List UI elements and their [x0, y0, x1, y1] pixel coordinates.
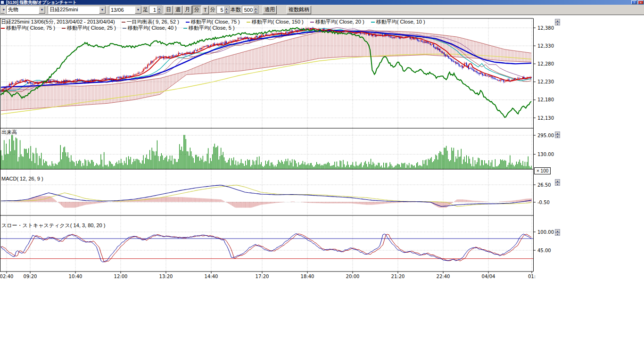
scroll-up-icon[interactable]: ▲	[555, 229, 560, 232]
spinner-arrows-icon[interactable]: ▲▼	[224, 7, 229, 13]
category-select-value: 先物	[8, 6, 18, 13]
svg-text:18:40: 18:40	[301, 274, 314, 279]
legend-item: 移動平均( Close, 10 )	[371, 19, 425, 25]
spinner-arrows-icon[interactable]: ▲▼	[157, 7, 161, 13]
period-week-button[interactable]: 週	[173, 6, 182, 14]
window-titlebar[interactable]: [5130] 指数先物/オプションチャート ? ×	[0, 0, 644, 5]
legend-row-2: 移動平均( Close, 75 )移動平均( Close, 25 )移動平均( …	[1, 25, 241, 32]
series-color-marker-icon	[186, 22, 190, 23]
minute-value: 5	[219, 7, 223, 13]
minute-spinner[interactable]: 5 ▲▼	[216, 6, 230, 14]
series-color-marker-icon	[122, 22, 125, 23]
period-month-button[interactable]: 月	[183, 6, 192, 14]
svg-text:09:20: 09:20	[24, 274, 37, 279]
svg-text:14:40: 14:40	[205, 274, 218, 279]
contract-month-value: 13/06	[111, 7, 124, 13]
help-button[interactable]: ?	[631, 0, 637, 4]
svg-text:17:20: 17:20	[256, 274, 269, 279]
svg-text:12,130: 12,130	[537, 115, 554, 121]
svg-text:12,280: 12,280	[537, 61, 554, 66]
legend-item: 移動平均( Close, 150 )	[247, 19, 304, 25]
instrument-select[interactable]: 日経225mini ▼	[48, 6, 106, 14]
macd	[1, 185, 531, 208]
scroll-up-icon[interactable]: ▲	[555, 19, 560, 22]
scroll-down-icon[interactable]: ▼	[555, 135, 560, 138]
scroll-down-icon[interactable]: ▼	[555, 22, 560, 25]
volume-bars	[1, 135, 531, 169]
bar-type-label: 足	[143, 6, 148, 13]
stoch-pane-title: スロー・ストキャスティクス( 14, 3, 80, 20 )	[1, 222, 105, 229]
series-color-marker-icon	[371, 22, 375, 23]
app-icon	[1, 1, 4, 4]
svg-text:13:20: 13:20	[159, 274, 173, 279]
interval-spinner[interactable]: 1 ▲▼	[149, 6, 162, 14]
chevron-down-icon: ▼	[39, 6, 45, 14]
series-color-marker-icon	[1, 28, 5, 29]
svg-text:10:40: 10:40	[69, 274, 83, 279]
svg-text:45.00: 45.00	[537, 248, 551, 253]
svg-text:22:40: 22:40	[437, 274, 450, 279]
bar-count-spinner[interactable]: 500 ▲▼	[242, 6, 259, 14]
volume-multiplier-badge: × 100	[534, 167, 551, 174]
svg-text:01:: 01:	[528, 274, 536, 279]
svg-text:12,230: 12,230	[537, 79, 554, 84]
svg-text:12,380: 12,380	[537, 25, 554, 31]
price-pane-scroll[interactable]: ▲▼	[555, 19, 560, 25]
svg-text:12,180: 12,180	[537, 97, 554, 102]
macd-pane-title: MACD( 12, 26, 9 )	[1, 176, 43, 181]
svg-text:295.00: 295.00	[537, 133, 554, 138]
svg-text:02:40: 02:40	[0, 274, 13, 279]
scroll-up-icon[interactable]: ▲	[555, 179, 560, 182]
bar-count-label: 本数	[231, 6, 241, 13]
multi-symbol-button[interactable]: 複数銘柄	[287, 6, 311, 14]
legend-item: 移動平均( Close, 20 )	[310, 19, 364, 25]
macd-pane-scroll[interactable]: ▲▼	[555, 179, 560, 186]
spinner-arrows-icon[interactable]: ▲▼	[254, 7, 258, 13]
scroll-up-icon[interactable]: ▲	[555, 132, 560, 135]
legend-item: 移動平均( Close, 40 )	[123, 25, 177, 31]
contract-month-select[interactable]: 13/06 ▼	[109, 6, 142, 14]
window-title: [5130] 指数先物/オプションチャート	[6, 0, 77, 5]
series-color-marker-icon	[247, 22, 250, 23]
time-axis: 02:4009:2010:4012:0013:2014:4017:2018:40…	[0, 272, 536, 279]
svg-text:12:00: 12:00	[114, 274, 128, 279]
spin-down-icon[interactable]: ▼	[157, 10, 161, 13]
spin-up-icon[interactable]: ▲	[224, 7, 229, 10]
scroll-down-icon[interactable]: ▼	[555, 182, 560, 186]
chart-canvas[interactable]: 12,38012,33012,28012,23012,18012,130295.…	[0, 15, 644, 284]
chevron-down-icon: ▼	[135, 6, 141, 14]
spin-down-icon[interactable]: ▼	[254, 10, 258, 13]
chevron-down-icon: ▼	[99, 6, 106, 14]
series-color-marker-icon	[62, 28, 66, 29]
period-minute-button[interactable]: 分	[192, 6, 201, 14]
app-window: [5130] 指数先物/オプションチャート ? × ▼ 先物 ▼ 日経225mi…	[0, 0, 644, 362]
legend-item: 移動平均( Close, 25 )	[62, 25, 116, 31]
spin-up-icon[interactable]: ▲	[254, 7, 258, 10]
svg-text:-0.50: -0.50	[537, 200, 550, 205]
toolbar: ▼ 先物 ▼ 日経225mini ▼ 13/06 ▼ 足 1 ▲▼ 日 週 月 …	[0, 5, 644, 15]
apply-button[interactable]: 適用	[263, 6, 277, 14]
spin-up-icon[interactable]: ▲	[157, 7, 161, 10]
minute-unit-label: 分	[210, 6, 215, 13]
volume-pane-scroll[interactable]: ▲▼	[555, 132, 560, 138]
svg-text:20:00: 20:00	[346, 274, 360, 279]
bar-count-value: 500	[244, 7, 253, 13]
series-color-marker-icon	[123, 28, 126, 29]
scroll-down-icon[interactable]: ▼	[555, 232, 560, 236]
svg-text:04/04: 04/04	[482, 274, 495, 279]
svg-text:12,330: 12,330	[537, 43, 554, 49]
legend-item: 一目均衡表( 9, 26, 52 )	[122, 19, 179, 25]
stochastics	[0, 234, 533, 262]
spin-down-icon[interactable]: ▼	[224, 10, 229, 13]
stoch-pane-scroll[interactable]: ▲▼	[555, 229, 560, 236]
series-color-marker-icon	[183, 28, 187, 29]
legend-item: 移動平均( Close, 75 )	[1, 25, 55, 31]
category-select[interactable]: 先物 ▼	[6, 6, 46, 14]
series-color-marker-icon	[310, 22, 314, 23]
period-day-button[interactable]: 日	[164, 6, 173, 14]
legend-item: 日経225mini 13/06(5分, 2013/04/02 - 2013/04…	[1, 19, 115, 25]
clipped-left-select[interactable]: ▼	[0, 6, 5, 14]
close-button[interactable]: ×	[638, 0, 644, 4]
interval-value: 1	[151, 7, 156, 13]
period-tick-button[interactable]: T	[202, 6, 209, 14]
